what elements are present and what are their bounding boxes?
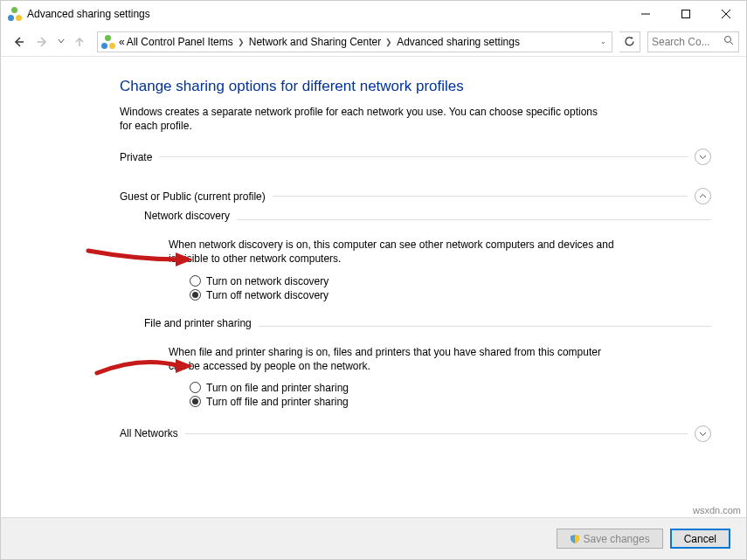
back-button[interactable]	[8, 31, 29, 52]
collapse-button[interactable]	[695, 188, 711, 204]
svg-rect-1	[682, 10, 690, 18]
expand-button[interactable]	[695, 425, 711, 442]
divider	[273, 196, 688, 197]
close-button[interactable]	[706, 1, 746, 27]
radio-turn-on-file-printer-sharing[interactable]: Turn on file and printer sharing	[190, 382, 711, 394]
chevron-right-icon[interactable]: ❯	[235, 38, 247, 46]
search-input[interactable]: Search Co...	[647, 31, 739, 52]
cancel-button[interactable]: Cancel	[670, 529, 730, 549]
title-bar: Advanced sharing settings	[1, 1, 746, 27]
divider	[159, 156, 688, 157]
radio-turn-off-network-discovery[interactable]: Turn off network discovery	[190, 289, 711, 301]
svg-point-7	[725, 36, 731, 42]
footer-bar: Save changes Cancel	[1, 517, 746, 559]
subsection-title: Network discovery	[144, 210, 230, 222]
window-title: Advanced sharing settings	[27, 8, 150, 20]
control-panel-icon	[8, 7, 22, 21]
section-title: Private	[120, 151, 152, 163]
section-title: Guest or Public (current profile)	[120, 190, 266, 203]
breadcrumb-prefix: «	[119, 36, 125, 48]
subsection-description: When network discovery is on, this compu…	[169, 238, 614, 266]
svg-line-8	[730, 42, 733, 45]
divider	[185, 433, 688, 434]
breadcrumb-item[interactable]: Advanced sharing settings	[397, 36, 520, 48]
control-panel-icon	[101, 35, 115, 49]
recent-button[interactable]	[57, 36, 66, 48]
chevron-right-icon[interactable]: ❯	[383, 38, 395, 46]
forward-button[interactable]	[32, 31, 53, 52]
section-private[interactable]: Private	[120, 149, 711, 165]
search-icon	[723, 35, 735, 49]
breadcrumb-item[interactable]: All Control Panel Items	[127, 36, 233, 48]
subsection-description: When file and printer sharing is on, fil…	[169, 345, 614, 373]
breadcrumb-item[interactable]: Network and Sharing Center	[249, 36, 381, 48]
radio-checked-icon	[190, 396, 201, 407]
radio-label: Turn on file and printer sharing	[206, 382, 349, 394]
content-area: Change sharing options for different net…	[1, 57, 746, 500]
address-bar[interactable]: « All Control Panel Items ❯ Network and …	[97, 31, 612, 52]
subsection-title: File and printer sharing	[144, 317, 252, 329]
section-title: All Networks	[120, 427, 178, 439]
divider	[259, 326, 711, 327]
shield-icon	[570, 534, 580, 544]
radio-label: Turn off file and printer sharing	[206, 396, 349, 408]
radio-turn-off-file-printer-sharing[interactable]: Turn off file and printer sharing	[190, 396, 711, 408]
button-label: Cancel	[684, 533, 716, 545]
radio-label: Turn off network discovery	[206, 289, 329, 301]
up-button[interactable]	[69, 31, 90, 52]
navigation-bar: « All Control Panel Items ❯ Network and …	[1, 27, 746, 57]
save-changes-button[interactable]: Save changes	[557, 529, 663, 549]
page-description: Windows creates a separate network profi…	[120, 106, 609, 133]
radio-label: Turn on network discovery	[206, 275, 329, 287]
maximize-button[interactable]	[666, 1, 706, 27]
refresh-button[interactable]	[619, 31, 640, 52]
button-label: Save changes	[584, 533, 650, 545]
address-dropdown[interactable]: ⌄	[595, 38, 612, 45]
minimize-button[interactable]	[626, 1, 666, 27]
section-guest-public[interactable]: Guest or Public (current profile)	[120, 188, 711, 204]
search-placeholder: Search Co...	[652, 36, 710, 48]
section-all-networks[interactable]: All Networks	[120, 425, 711, 442]
radio-unchecked-icon	[190, 275, 201, 287]
page-title: Change sharing options for different net…	[120, 78, 711, 95]
watermark: wsxdn.com	[693, 505, 741, 515]
divider	[237, 219, 711, 220]
radio-turn-on-network-discovery[interactable]: Turn on network discovery	[190, 275, 711, 287]
radio-unchecked-icon	[190, 382, 201, 393]
radio-checked-icon	[190, 289, 201, 301]
expand-button[interactable]	[695, 149, 711, 165]
